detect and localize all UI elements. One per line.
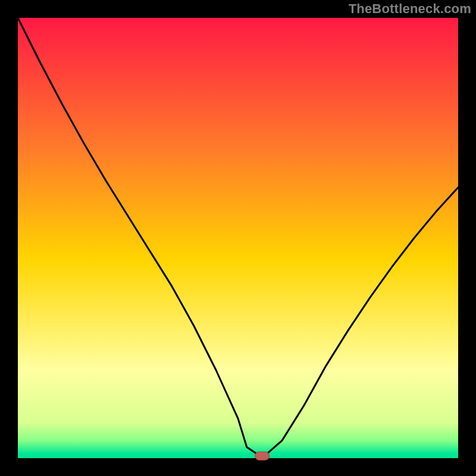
watermark-text: TheBottleneck.com (349, 1, 471, 17)
chart-gradient-background (18, 18, 458, 458)
bottleneck-chart (0, 0, 476, 476)
optimum-marker (255, 452, 270, 460)
